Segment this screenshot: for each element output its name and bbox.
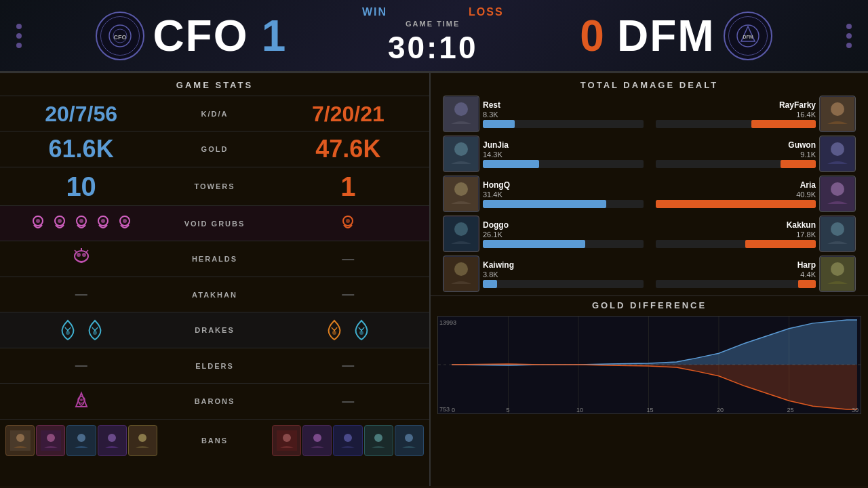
towers-right: 1 <box>340 171 355 201</box>
player-name-guwon: Guwon <box>788 140 816 150</box>
bar-hongq <box>483 200 644 208</box>
players-container: Rest 8.3K JunJia <box>437 96 861 296</box>
bar-fill-hongq <box>483 200 606 208</box>
ban-icon-left-4 <box>98 425 127 456</box>
towers-left: 10 <box>66 171 96 201</box>
bar-group-doggo: Doggo 26.1K <box>483 220 644 248</box>
ban-icon-right-2 <box>302 425 332 456</box>
svg-point-15 <box>123 219 127 223</box>
ban-icon-left-5 <box>128 425 157 456</box>
ban-icon-left-2 <box>36 425 65 456</box>
cfo-logo-inner: CFO <box>100 16 140 56</box>
svg-point-40 <box>313 434 321 442</box>
header-center: WIN LOSS GAME TIME 30:10 <box>362 6 504 66</box>
right-dots <box>844 21 854 51</box>
gold-right: 47.6K <box>315 135 380 163</box>
dot <box>16 33 22 39</box>
bar-kaiwing <box>483 280 644 288</box>
svg-point-13 <box>101 219 105 223</box>
player-dmg-kakkun: 17.8K <box>796 230 816 239</box>
stat-left-elders: — <box>0 353 162 378</box>
svg-point-24 <box>359 331 363 335</box>
bar-junjia <box>483 160 644 168</box>
herald-icon <box>69 247 94 271</box>
svg-text:CFO: CFO <box>114 34 127 41</box>
dot <box>846 33 852 39</box>
player-aria: Aria 40.9K <box>652 176 856 212</box>
team-right: DFM DFM 0 <box>575 11 772 61</box>
portrait-hongq <box>443 176 479 212</box>
svg-point-48 <box>454 102 468 116</box>
player-name-rayfarky: RayFarky <box>779 100 816 110</box>
grubs-right-icons <box>273 214 424 233</box>
stat-left-heralds <box>0 241 162 277</box>
atakhan-left-dash: — <box>75 287 87 301</box>
svg-point-19 <box>77 253 81 257</box>
player-dmg-rayfarky: 16.4K <box>796 110 816 119</box>
portrait-harp <box>819 256 856 292</box>
stat-label-barons: BARONS <box>162 397 267 405</box>
gold-diff-section: GOLD DIFFERENCE 13993 753 <box>431 296 868 479</box>
bar-group-aria: Aria 40.9K <box>656 180 816 208</box>
bar-fill-rayfarky <box>751 120 816 128</box>
bar-aria <box>656 200 816 208</box>
infernal-drake-icon <box>56 318 80 342</box>
bar-group-rayfarky: RayFarky 16.4K <box>656 100 816 128</box>
stat-right-bans <box>267 420 429 462</box>
svg-text:30: 30 <box>852 407 859 413</box>
players-right-col: RayFarky 16.4K Guwon <box>650 96 856 296</box>
grub-icon <box>338 214 357 233</box>
ban-champ-r1 <box>277 430 297 451</box>
bar-fill-doggo <box>483 240 585 248</box>
stat-row-elders: — ELDERS — <box>0 348 429 383</box>
svg-point-44 <box>374 434 382 442</box>
kda-right: 7/20/21 <box>312 102 384 126</box>
ban-champ-r2 <box>307 430 328 451</box>
stat-left-bans <box>0 420 163 462</box>
dot <box>846 43 852 48</box>
stat-row-drakes: DRAKES <box>0 312 429 348</box>
damage-title: TOTAL DAMAGE DEALT <box>437 80 861 90</box>
gold-diff-title: GOLD DIFFERENCE <box>437 300 861 310</box>
player-rest: Rest 8.3K <box>443 96 647 132</box>
dfm-logo: DFM <box>724 12 772 60</box>
svg-point-36 <box>138 434 146 442</box>
win-loss-row: WIN LOSS <box>362 6 504 18</box>
stat-label-atakhan: ATAKHAN <box>162 291 267 299</box>
stat-row-barons: BARONS — <box>0 383 429 419</box>
stat-right-atakhan: — <box>267 282 429 307</box>
atakhan-right-dash: — <box>342 287 354 301</box>
bar-fill-rest <box>483 120 515 128</box>
player-dmg-hongq: 31.4K <box>483 190 644 199</box>
svg-point-21 <box>66 331 70 335</box>
ban-icon-right-4 <box>364 425 393 456</box>
svg-point-58 <box>831 102 844 116</box>
bar-kakkun <box>656 240 816 248</box>
barons-right-dash: — <box>342 394 354 408</box>
heralds-right-dash: — <box>342 252 354 266</box>
stat-row-kda: 20/7/56 K/D/A 7/20/21 <box>0 96 429 131</box>
drakes-right-icons <box>273 318 424 342</box>
bar-group-rest: Rest 8.3K <box>483 100 644 128</box>
game-time-label: GAME TIME <box>406 20 460 28</box>
player-name-aria: Aria <box>800 180 816 190</box>
stat-row-towers: 10 TOWERS 1 <box>0 167 429 205</box>
heralds-left-icons <box>5 247 157 271</box>
player-dmg-kaiwing: 3.8K <box>483 270 644 279</box>
stat-right-heralds: — <box>267 247 429 272</box>
player-name-junjia: JunJia <box>483 140 644 150</box>
player-name-rest: Rest <box>483 100 644 110</box>
team-right-name: DFM <box>617 11 715 61</box>
portrait-kaiwing <box>443 256 479 292</box>
bar-group-kaiwing: Kaiwing 3.8K <box>483 260 644 288</box>
stat-label-towers: TOWERS <box>162 182 267 190</box>
ban-icon-right-1 <box>272 425 301 456</box>
stat-right-barons: — <box>267 389 429 414</box>
left-result: WIN <box>362 6 387 18</box>
svg-point-26 <box>80 399 83 401</box>
gold-diff-chart: 13993 753 0 5 10 15 20 25 30 <box>437 316 861 414</box>
svg-point-9 <box>58 219 62 223</box>
portrait-junjia <box>443 136 479 172</box>
stat-right-towers: 1 <box>267 167 429 205</box>
player-dmg-guwon: 9.1K <box>800 150 816 159</box>
